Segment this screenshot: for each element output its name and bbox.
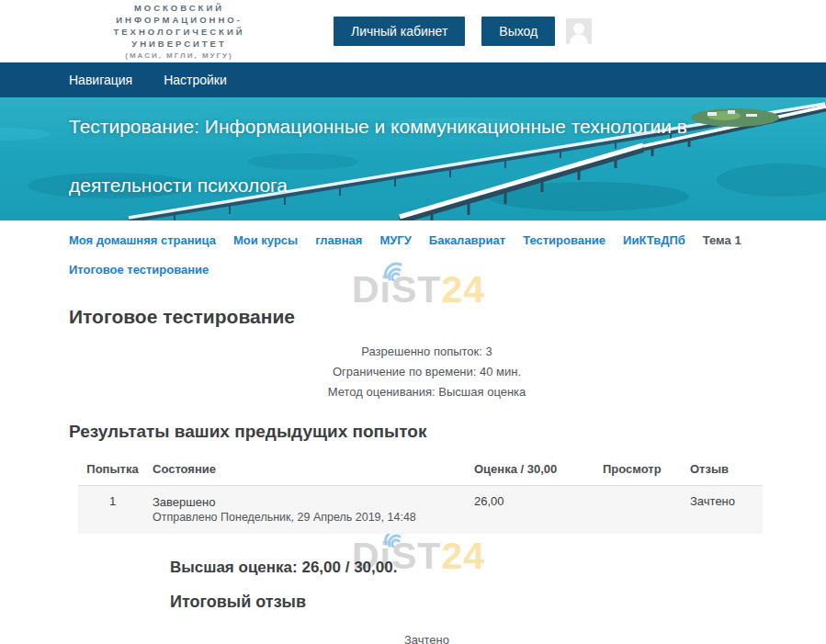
course-title-line2: деятельности психолога [69,175,288,197]
breadcrumb-testing[interactable]: Тестирование [523,233,605,248]
col-header-grade: Оценка / 30,00 [469,455,597,486]
avatar-head-icon [573,23,584,34]
quiz-info: Разрешенно попыток: 3 Ограничение по вре… [69,342,785,402]
attempt-review [597,486,685,535]
attempt-state: Завершено Отправлено Понедельник, 29 Апр… [147,486,469,535]
nav-item-settings[interactable]: Настройки [164,73,227,87]
attempt-grade: 26,00 [469,486,597,535]
breadcrumb-iiktvdpb[interactable]: ИиКТвДПб [623,233,685,248]
breadcrumb-bachelor[interactable]: Бакалавриат [429,233,505,248]
attempts-table-header-row: Попытка Состояние Оценка / 30,00 Просмот… [78,455,763,486]
logo-line-1: МОСКОВСКИЙ [69,2,289,14]
island [691,108,779,127]
personal-cabinet-button[interactable]: Личный кабинет [334,17,465,46]
attempts-table: Попытка Состояние Оценка / 30,00 Просмот… [78,455,763,534]
user-avatar[interactable] [566,18,592,44]
quiz-title: Итоговое тестирование [69,306,785,328]
attempt-feedback: Зачтено [685,486,763,535]
hero-banner: Тестирование: Информационные и коммуника… [0,97,826,220]
breadcrumb-final-test[interactable]: Итоговое тестирование [69,263,209,277]
attempt-state-detail: Отправлено Понедельник, 29 Апрель 2019, … [153,510,463,525]
breadcrumb-main[interactable]: главная [315,233,362,248]
logout-button[interactable]: Выход [481,17,555,46]
attempt-number: 1 [78,486,147,535]
results-title: Результаты ваших предыдущих попыток [69,422,785,442]
course-title-line1: Тестирование: Информационные и коммуника… [69,116,687,138]
university-logo[interactable]: МОСКОВСКИЙ ИНФОРМАЦИОННО-ТЕХНОЛОГИЧЕСКИЙ… [69,2,289,62]
col-header-state: Состояние [147,455,469,486]
final-feedback-value: Зачтено [69,633,785,644]
col-header-attempt: Попытка [78,455,147,486]
time-limit: Ограничение по времени: 40 мин. [69,362,785,382]
attempt-state-label: Завершено [153,494,463,510]
breadcrumb-my-home[interactable]: Моя домашняя страница [69,233,216,248]
attempts-allowed: Разрешенно попыток: 3 [69,342,785,362]
logo-line-3: УНИВЕРСИТЕТ [69,38,289,50]
col-header-review: Просмотр [597,455,685,486]
breadcrumb-mugu[interactable]: МУГУ [379,233,411,248]
breadcrumb-my-courses[interactable]: Мои курсы [233,233,298,248]
nav-item-navigation[interactable]: Навигация [69,73,132,87]
avatar-body-icon [570,34,588,44]
main-content: DiST24 DiST24 Моя домашняя страница Мои … [0,220,826,644]
breadcrumb-topic1: Тема 1 [703,233,741,248]
final-feedback-title: Итоговый отзыв [170,593,785,612]
logo-line-2: ИНФОРМАЦИОННО-ТЕХНОЛОГИЧЕСКИЙ [69,14,289,38]
logo-line-4: (МАСИ, МГЛИ, МУГУ) [69,50,289,62]
main-navbar: Навигация Настройки [0,62,826,97]
best-grade-summary: Высшая оценка: 26,00 / 30,00. [170,559,785,577]
grading-method: Метод оценивания: Высшая оценка [69,382,785,402]
breadcrumb: Моя домашняя страница Мои курсы главная … [69,220,785,277]
table-row: 1 Завершено Отправлено Понедельник, 29 А… [78,486,763,535]
site-header: МОСКОВСКИЙ ИНФОРМАЦИОННО-ТЕХНОЛОГИЧЕСКИЙ… [0,0,826,62]
col-header-feedback: Отзыв [685,455,763,486]
